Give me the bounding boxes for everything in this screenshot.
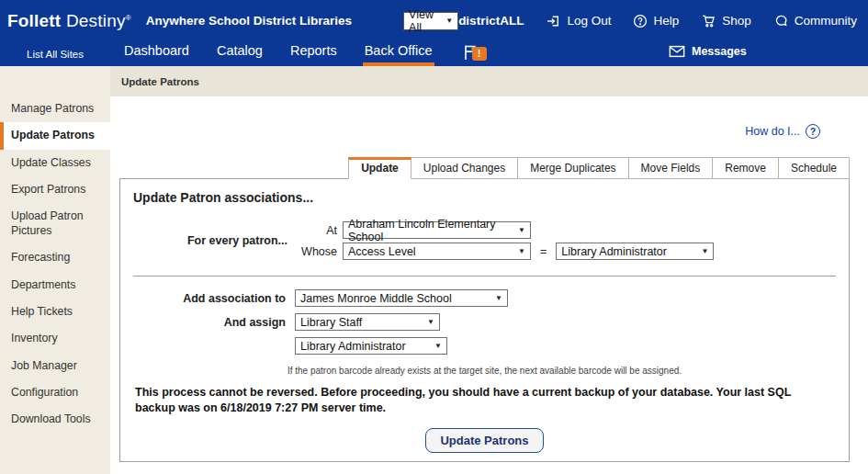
- assign-patron-type-select[interactable]: Library Staff ▼: [295, 313, 440, 331]
- main-content: Update Patrons How do I... ? Update Uplo…: [110, 66, 868, 474]
- sidebar-item-job-manager[interactable]: Job Manager: [0, 353, 110, 379]
- tab-move-fields[interactable]: Move Fields: [629, 157, 714, 179]
- tab-remove[interactable]: Remove: [713, 157, 779, 179]
- how-do-i-link[interactable]: How do I...: [745, 125, 800, 138]
- at-label: At: [295, 224, 337, 237]
- how-do-i-row: How do I... ?: [110, 124, 868, 139]
- at-school-select-value: Abraham Lincoln Elementary School: [348, 218, 511, 243]
- whose-field-select-value: Access Level: [348, 245, 416, 258]
- at-field-line: At Abraham Lincoln Elementary School ▼: [295, 221, 714, 239]
- assign-patron-type-select-value: Library Staff: [300, 316, 362, 329]
- equals-sign: =: [540, 245, 547, 258]
- main-nav: Dashboard Catalog Reports Back Office: [122, 41, 434, 66]
- tab-upload-changes[interactable]: Upload Changes: [411, 157, 518, 179]
- messages-button[interactable]: Messages: [669, 45, 747, 58]
- header-row-primary: Follett Destiny® Anywhere School Distric…: [0, 0, 868, 41]
- cart-icon: [701, 14, 716, 28]
- target-school-select-value: James Monroe Middle School: [300, 292, 452, 305]
- assign-access-level-select[interactable]: Library Administrator ▼: [295, 337, 447, 355]
- chevron-down-icon: ▼: [495, 294, 502, 302]
- tab-update[interactable]: Update: [348, 157, 411, 179]
- messages-label: Messages: [692, 45, 747, 58]
- view-site-select[interactable]: View All ▼: [403, 12, 458, 30]
- nav-back-office[interactable]: Back Office: [363, 41, 434, 66]
- whose-value-select-value: Library Administrator: [561, 245, 667, 258]
- button-row: Update Patrons: [133, 428, 836, 453]
- community-button[interactable]: Community: [773, 14, 857, 28]
- for-every-patron-row: For every patron... At Abraham Lincoln E…: [133, 218, 836, 264]
- at-school-select[interactable]: Abraham Lincoln Elementary School ▼: [343, 221, 531, 239]
- logged-in-user: districtALL: [458, 14, 524, 28]
- logout-label: Log Out: [567, 14, 611, 28]
- chevron-down-icon: ▼: [701, 247, 708, 255]
- nav-catalog[interactable]: Catalog: [215, 41, 265, 66]
- barcode-note: If the patron barcode already exists at …: [133, 366, 836, 376]
- envelope-icon: [669, 45, 685, 58]
- whose-value-select[interactable]: Library Administrator ▼: [556, 243, 714, 260]
- help-icon: [633, 14, 648, 28]
- add-association-label: Add association to: [133, 292, 295, 305]
- backup-warning: This process cannot be reversed. Before …: [135, 385, 834, 416]
- logout-icon: [546, 14, 561, 28]
- sidebar-item-update-classes[interactable]: Update Classes: [0, 150, 110, 176]
- follett-destiny-logo[interactable]: Follett Destiny®: [7, 11, 131, 31]
- whose-field-line: Whose Access Level ▼ = Library Administr…: [295, 243, 714, 260]
- registered-mark: ®: [126, 13, 131, 21]
- top-header: Follett Destiny® Anywhere School Distric…: [0, 0, 868, 66]
- shop-button[interactable]: Shop: [701, 14, 751, 28]
- help-label: Help: [653, 14, 679, 28]
- sidebar-item-upload-patron-pictures[interactable]: Upload Patron Pictures: [0, 203, 110, 244]
- chevron-down-icon: ▼: [445, 17, 453, 25]
- whose-label: Whose: [295, 245, 337, 258]
- sidebar-item-export-patrons[interactable]: Export Patrons: [0, 176, 110, 203]
- shop-label: Shop: [722, 14, 751, 28]
- sidebar-item-manage-patrons[interactable]: Manage Patrons: [0, 96, 110, 122]
- chevron-down-icon: ▼: [518, 226, 525, 234]
- sidebar-item-help-tickets[interactable]: Help Tickets: [0, 299, 110, 325]
- chevron-down-icon: ▼: [427, 318, 434, 326]
- logo-follett: Follett: [7, 11, 61, 30]
- question-circle-icon[interactable]: ?: [806, 124, 820, 139]
- chevron-down-icon: ▼: [434, 342, 442, 350]
- target-school-select[interactable]: James Monroe Middle School ▼: [295, 289, 508, 307]
- logo-destiny: Destiny: [66, 11, 126, 30]
- sidebar: Manage Patrons Update Patrons Update Cla…: [0, 66, 110, 474]
- page-body: Manage Patrons Update Patrons Update Cla…: [0, 66, 868, 474]
- notification-flag-button[interactable]: !: [462, 43, 480, 65]
- header-row-nav: List All Sites Dashboard Catalog Reports…: [0, 41, 868, 66]
- sidebar-item-update-patrons[interactable]: Update Patrons: [0, 122, 110, 149]
- panel-heading: Update Patron associations...: [133, 190, 836, 205]
- sidebar-item-forecasting[interactable]: Forecasting: [0, 244, 110, 271]
- assign-access-level-select-value: Library Administrator: [300, 340, 406, 353]
- nav-dashboard[interactable]: Dashboard: [122, 41, 191, 66]
- sidebar-item-download-tools[interactable]: Download Tools: [0, 406, 110, 433]
- assign-access-level-row: Library Administrator ▼: [133, 337, 836, 355]
- view-select-value: View All: [409, 8, 445, 34]
- sidebar-item-inventory[interactable]: Inventory: [0, 325, 110, 352]
- tab-bar: Update Upload Changes Merge Duplicates M…: [110, 157, 850, 179]
- header-actions: districtALL Log Out Help Shop: [458, 14, 857, 28]
- alert-badge: !: [472, 47, 487, 61]
- and-assign-label: And assign: [133, 316, 295, 329]
- update-patrons-button[interactable]: Update Patrons: [425, 428, 543, 453]
- sidebar-item-configuration[interactable]: Configuration: [0, 379, 110, 406]
- community-label: Community: [795, 14, 857, 28]
- criteria-fields: At Abraham Lincoln Elementary School ▼ W…: [295, 218, 714, 264]
- whose-field-select[interactable]: Access Level ▼: [343, 243, 531, 260]
- for-every-patron-label: For every patron...: [133, 234, 295, 247]
- and-assign-row: And assign Library Staff ▼: [133, 313, 836, 331]
- section-divider: [133, 276, 836, 276]
- sidebar-item-departments[interactable]: Departments: [0, 272, 110, 299]
- tab-merge-duplicates[interactable]: Merge Duplicates: [518, 157, 628, 179]
- list-all-sites-link[interactable]: List All Sites: [0, 41, 110, 66]
- tab-schedule[interactable]: Schedule: [779, 157, 850, 179]
- logout-button[interactable]: Log Out: [546, 14, 611, 28]
- chevron-down-icon: ▼: [518, 247, 525, 255]
- help-button[interactable]: Help: [633, 14, 679, 28]
- add-association-row: Add association to James Monroe Middle S…: [133, 289, 836, 307]
- breadcrumb: Update Patrons: [110, 66, 868, 96]
- community-icon: [773, 14, 789, 28]
- district-title: Anywhere School District Libraries: [146, 14, 352, 28]
- update-panel: Update Patron associations... For every …: [119, 178, 850, 462]
- nav-reports[interactable]: Reports: [288, 41, 339, 66]
